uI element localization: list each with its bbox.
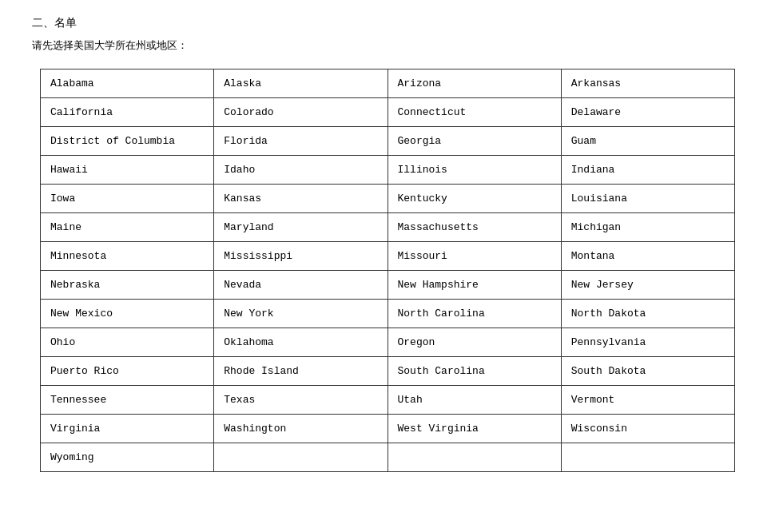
section-subtitle: 请先选择美国大学所在州或地区： (32, 38, 751, 53)
state-cell[interactable]: Puerto Rico (41, 357, 214, 386)
state-cell[interactable]: South Carolina (388, 357, 561, 386)
state-cell[interactable]: Arkansas (561, 69, 734, 98)
state-cell[interactable]: Montana (561, 242, 734, 271)
state-cell[interactable]: Colorado (214, 98, 388, 127)
state-cell[interactable]: Hawaii (41, 156, 214, 185)
state-cell[interactable]: Mississippi (214, 242, 388, 271)
state-cell[interactable]: Georgia (388, 127, 561, 156)
state-cell[interactable]: Guam (561, 127, 734, 156)
table-row[interactable]: IowaKansasKentuckyLouisiana (41, 185, 735, 213)
state-cell[interactable] (214, 443, 388, 472)
state-cell[interactable]: North Carolina (388, 300, 561, 328)
state-cell[interactable]: Tennessee (41, 386, 214, 415)
state-cell[interactable]: California (41, 98, 214, 127)
table-row[interactable]: CaliforniaColoradoConnecticutDelaware (41, 98, 735, 127)
state-cell[interactable]: New Mexico (41, 300, 214, 328)
state-cell[interactable]: Rhode Island (214, 357, 388, 386)
state-cell[interactable] (561, 443, 734, 472)
state-cell[interactable]: Alabama (41, 69, 214, 98)
state-cell[interactable]: Alaska (214, 69, 388, 98)
state-cell[interactable]: Oregon (388, 328, 561, 357)
state-cell[interactable]: New Jersey (561, 271, 734, 300)
state-cell[interactable]: Texas (214, 386, 388, 415)
state-cell[interactable]: Ohio (41, 328, 214, 357)
state-cell[interactable]: Wyoming (41, 443, 214, 472)
state-cell[interactable]: Indiana (561, 156, 734, 185)
state-cell[interactable]: Missouri (388, 242, 561, 271)
state-cell[interactable]: Minnesota (41, 242, 214, 271)
state-cell[interactable]: New York (214, 300, 388, 328)
state-cell[interactable]: Florida (214, 127, 388, 156)
state-cell[interactable]: West Virginia (388, 415, 561, 443)
table-row[interactable]: District of ColumbiaFloridaGeorgiaGuam (41, 127, 735, 156)
state-cell[interactable]: New Hampshire (388, 271, 561, 300)
state-cell[interactable]: District of Columbia (41, 127, 214, 156)
state-cell[interactable]: Utah (388, 386, 561, 415)
state-cell[interactable]: Washington (214, 415, 388, 443)
table-row[interactable]: MaineMarylandMassachusettsMichigan (41, 213, 735, 242)
state-cell[interactable]: Nebraska (41, 271, 214, 300)
state-cell[interactable]: Wisconsin (561, 415, 734, 443)
table-row[interactable]: OhioOklahomaOregonPennsylvania (41, 328, 735, 357)
state-cell[interactable]: Nevada (214, 271, 388, 300)
table-row[interactable]: HawaiiIdahoIllinoisIndiana (41, 156, 735, 185)
state-cell[interactable]: South Dakota (561, 357, 734, 386)
state-cell[interactable]: North Dakota (561, 300, 734, 328)
state-cell[interactable]: Massachusetts (388, 213, 561, 242)
state-cell[interactable]: Pennsylvania (561, 328, 734, 357)
state-cell[interactable]: Virginia (41, 415, 214, 443)
state-cell[interactable]: Kentucky (388, 185, 561, 213)
state-cell[interactable]: Idaho (214, 156, 388, 185)
table-row[interactable]: TennesseeTexasUtahVermont (41, 386, 735, 415)
table-row[interactable]: VirginiaWashingtonWest VirginiaWisconsin (41, 415, 735, 443)
state-cell[interactable]: Kansas (214, 185, 388, 213)
table-row[interactable]: Puerto RicoRhode IslandSouth CarolinaSou… (41, 357, 735, 386)
states-table: AlabamaAlaskaArizonaArkansasCaliforniaCo… (40, 69, 735, 472)
section-title: 二、名单 (32, 16, 751, 30)
table-row[interactable]: MinnesotaMississippiMissouriMontana (41, 242, 735, 271)
table-row[interactable]: NebraskaNevadaNew HampshireNew Jersey (41, 271, 735, 300)
state-cell[interactable]: Oklahoma (214, 328, 388, 357)
state-cell[interactable]: Arizona (388, 69, 561, 98)
table-row[interactable]: AlabamaAlaskaArizonaArkansas (41, 69, 735, 98)
state-cell[interactable]: Illinois (388, 156, 561, 185)
state-cell[interactable]: Louisiana (561, 185, 734, 213)
state-cell[interactable]: Delaware (561, 98, 734, 127)
table-row[interactable]: Wyoming (41, 443, 735, 472)
table-row[interactable]: New MexicoNew YorkNorth CarolinaNorth Da… (41, 300, 735, 328)
state-cell[interactable]: Maine (41, 213, 214, 242)
state-cell[interactable]: Michigan (561, 213, 734, 242)
state-cell[interactable]: Vermont (561, 386, 734, 415)
state-cell[interactable]: Iowa (41, 185, 214, 213)
state-cell[interactable]: Connecticut (388, 98, 561, 127)
state-cell[interactable]: Maryland (214, 213, 388, 242)
state-cell[interactable] (388, 443, 561, 472)
